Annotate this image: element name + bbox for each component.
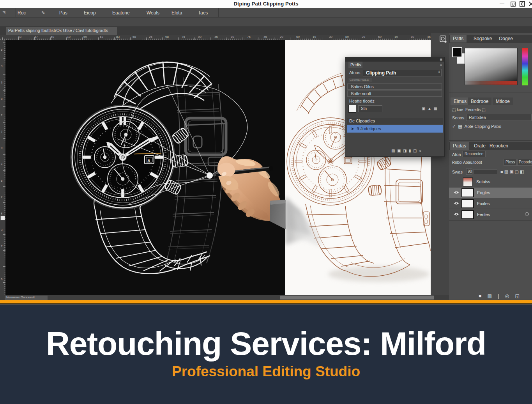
- svg-text:a: a: [147, 158, 150, 163]
